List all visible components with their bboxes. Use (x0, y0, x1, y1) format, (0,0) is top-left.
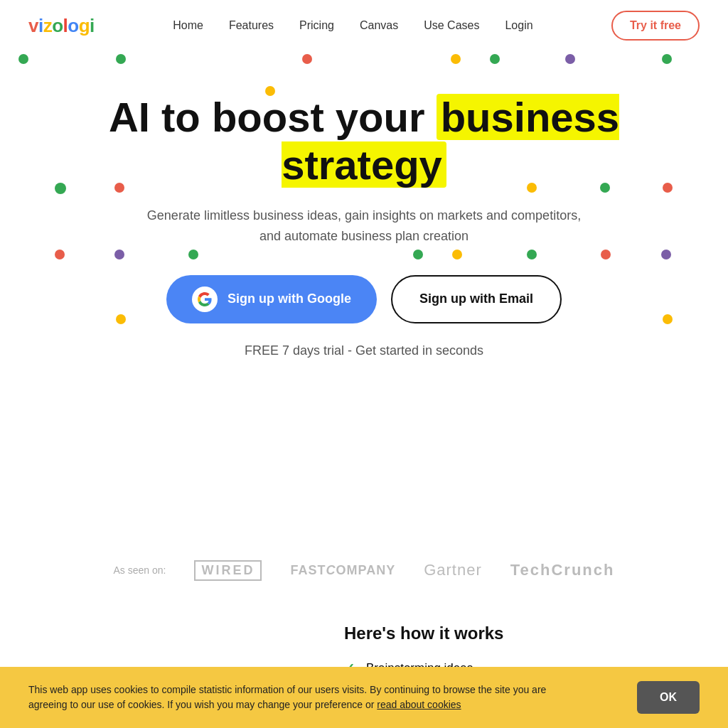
decorative-dot (114, 250, 124, 259)
logo[interactable]: vizologi (28, 15, 95, 37)
techcrunch-logo: TechCrunch (510, 561, 615, 579)
as-seen-section: As seen on: WIRED FASTCOMPANY Gartner Te… (0, 518, 728, 609)
as-seen-label: As seen on: (114, 564, 166, 576)
decorative-dot (452, 250, 462, 259)
decorative-dot (55, 250, 65, 259)
google-icon (192, 287, 218, 312)
nav-features[interactable]: Features (229, 19, 274, 32)
nav-login[interactable]: Login (505, 19, 532, 32)
logo-text: vizologi (28, 15, 95, 37)
signup-google-label: Sign up with Google (228, 291, 351, 306)
fastcompany-logo: FASTCOMPANY (290, 563, 395, 578)
signup-email-button[interactable]: Sign up with Email (391, 275, 562, 323)
cookie-link[interactable]: read about cookies (377, 699, 461, 710)
cookie-banner: This web app uses cookies to compile sta… (0, 667, 728, 728)
nav-links: Home Features Pricing Canvas Use Cases L… (173, 19, 532, 32)
decorative-dot (188, 250, 198, 259)
decorative-dot (413, 250, 423, 259)
cta-buttons: Sign up with Google Sign up with Email (28, 275, 700, 323)
hero-section: AI to boost your business strategy Gener… (0, 51, 728, 432)
gartner-logo: Gartner (424, 561, 482, 579)
hero-headline: AI to boost your business strategy (28, 94, 700, 188)
nav-pricing[interactable]: Pricing (299, 19, 334, 32)
how-it-works-title: Here's how it works (344, 623, 685, 643)
nav-canvas[interactable]: Canvas (360, 19, 398, 32)
decorative-dot (661, 250, 671, 259)
wired-logo: WIRED (194, 560, 262, 581)
decorative-dot (662, 54, 672, 64)
decorative-dot (565, 54, 575, 64)
decorative-dot (490, 54, 500, 64)
decorative-dot (527, 250, 537, 259)
decorative-dot (116, 54, 126, 64)
signup-email-label: Sign up with Email (419, 291, 533, 306)
free-trial-text: FREE 7 days trial - Get started in secon… (144, 341, 584, 361)
try-free-button[interactable]: Try it free (611, 11, 700, 41)
navbar: vizologi Home Features Pricing Canvas Us… (0, 0, 728, 51)
hero-subtext: Generate limitless business ideas, gain … (144, 205, 584, 247)
cookie-ok-button[interactable]: OK (637, 681, 700, 714)
decorative-dot (18, 54, 28, 64)
decorative-dot (601, 250, 611, 259)
nav-home[interactable]: Home (173, 19, 203, 32)
signup-google-button[interactable]: Sign up with Google (166, 275, 377, 323)
decorative-dot (451, 54, 461, 64)
cookie-text: This web app uses cookies to compile sta… (28, 682, 569, 712)
decorative-dot (302, 54, 312, 64)
nav-use-cases[interactable]: Use Cases (424, 19, 479, 32)
